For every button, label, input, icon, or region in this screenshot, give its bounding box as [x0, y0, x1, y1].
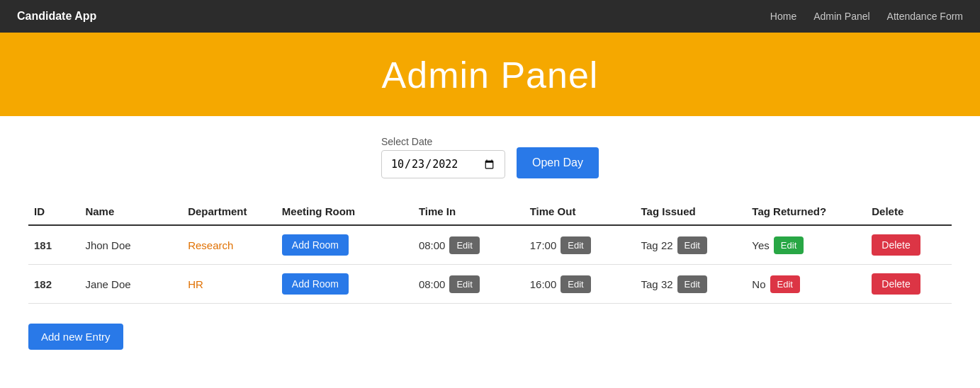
th-tag-returned: Tag Returned?	[746, 198, 866, 225]
cell-time-out: 17:00 Edit	[524, 225, 636, 265]
cell-id: 182	[28, 265, 79, 304]
cell-id: 181	[28, 225, 79, 265]
cell-delete: Delete	[866, 225, 952, 265]
cell-time-out: 16:00 Edit	[524, 265, 636, 304]
cell-tag-returned: Yes Edit	[746, 225, 866, 265]
date-input[interactable]	[381, 150, 505, 178]
cell-room: Add Room	[276, 225, 413, 265]
hero-section: Admin Panel	[0, 33, 980, 116]
open-day-button[interactable]: Open Day	[517, 147, 599, 178]
nav-admin-panel[interactable]: Admin Panel	[813, 11, 869, 22]
cell-name: Jhon Doe	[79, 225, 182, 265]
tag-value: Tag 22	[641, 239, 673, 251]
tag-returned-value: No	[752, 278, 765, 290]
time-in-edit-button[interactable]: Edit	[449, 236, 479, 254]
table-row: 182 Jane Doe HR Add Room 08:00 Edit 16:0…	[28, 265, 952, 304]
cell-tag-issued: Tag 22 Edit	[636, 225, 747, 265]
th-meeting-room: Meeting Room	[276, 198, 413, 225]
nav-attendance-form[interactable]: Attendance Form	[887, 11, 963, 22]
time-out-edit-button[interactable]: Edit	[561, 236, 590, 254]
cell-name: Jane Doe	[79, 265, 182, 304]
nav-home[interactable]: Home	[770, 11, 796, 22]
th-time-out: Time Out	[524, 198, 636, 225]
navbar-links: Home Admin Panel Attendance Form	[770, 11, 963, 22]
th-id: ID	[28, 198, 79, 225]
cell-room: Add Room	[276, 265, 413, 304]
tag-edit-button[interactable]: Edit	[677, 236, 707, 254]
cell-time-in: 08:00 Edit	[413, 265, 524, 304]
date-label-group: Select Date	[381, 136, 505, 178]
th-name: Name	[79, 198, 182, 225]
cell-time-in: 08:00 Edit	[413, 225, 524, 265]
tag-returned-value: Yes	[752, 239, 769, 251]
th-delete: Delete	[866, 198, 952, 225]
tag-value: Tag 32	[641, 278, 673, 290]
add-entry-section: Add new Entry	[0, 318, 980, 371]
time-in-value: 08:00	[419, 239, 446, 251]
table-header-row: ID Name Department Meeting Room Time In …	[28, 198, 952, 225]
page-title: Admin Panel	[0, 54, 980, 96]
cell-department: HR	[182, 265, 276, 304]
table-row: 181 Jhon Doe Research Add Room 08:00 Edi…	[28, 225, 952, 265]
records-table: ID Name Department Meeting Room Time In …	[28, 198, 952, 304]
navbar: Candidate App Home Admin Panel Attendanc…	[0, 0, 980, 33]
cell-delete: Delete	[866, 265, 952, 304]
th-time-in: Time In	[413, 198, 524, 225]
table-container: ID Name Department Meeting Room Time In …	[0, 191, 980, 318]
th-department: Department	[182, 198, 276, 225]
app-brand: Candidate App	[17, 10, 96, 23]
cell-department: Research	[182, 225, 276, 265]
date-section: Select Date Open Day	[0, 116, 980, 191]
delete-button[interactable]: Delete	[872, 234, 920, 256]
tag-returned-edit-button[interactable]: Edit	[770, 275, 800, 293]
time-in-value: 08:00	[419, 278, 446, 290]
th-tag-issued: Tag Issued	[636, 198, 747, 225]
add-new-entry-button[interactable]: Add new Entry	[28, 324, 123, 350]
add-room-button[interactable]: Add Room	[282, 234, 349, 256]
tag-returned-edit-button[interactable]: Edit	[774, 236, 804, 254]
time-out-edit-button[interactable]: Edit	[561, 275, 590, 293]
time-out-value: 17:00	[530, 239, 557, 251]
delete-button[interactable]: Delete	[872, 273, 920, 295]
time-in-edit-button[interactable]: Edit	[449, 275, 479, 293]
tag-edit-button[interactable]: Edit	[677, 275, 707, 293]
time-out-value: 16:00	[530, 278, 557, 290]
cell-tag-returned: No Edit	[746, 265, 866, 304]
date-label: Select Date	[381, 136, 505, 147]
cell-tag-issued: Tag 32 Edit	[636, 265, 747, 304]
add-room-button[interactable]: Add Room	[282, 273, 349, 295]
